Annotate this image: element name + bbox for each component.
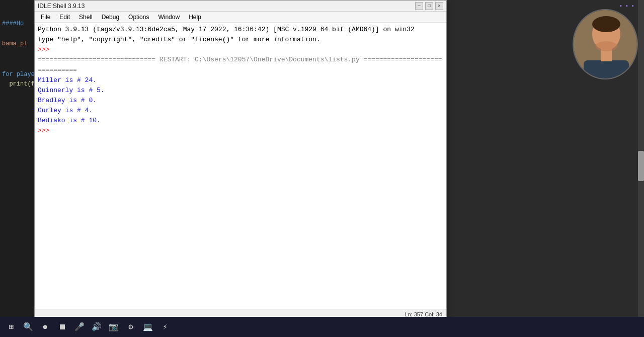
shell-content[interactable]: Python 3.9.13 (tags/v3.9.13:6de2ca5, May… [35,23,446,309]
cursor-position: Ln: 357 Col: 34 [405,311,442,317]
menu-shell[interactable]: Shell [75,13,97,22]
taskbar-volume[interactable]: 🔊 [90,320,104,334]
taskbar-icon-2[interactable]: ⏹ [55,320,69,334]
menu-help[interactable]: Help [185,13,205,22]
svg-point-5 [595,41,617,51]
minimize-button[interactable]: — [415,2,423,10]
taskbar-icon-7[interactable]: ⚙ [124,320,138,334]
svg-point-2 [592,16,620,32]
person-silhouette [574,10,638,79]
output-line-3: Gurley is # 4. [38,106,443,116]
more-dots-icon[interactable]: ··· [618,1,636,11]
output-line-4: Bediako is # 10. [38,116,443,126]
window-title: IDLE Shell 3.9.13 [38,3,85,10]
taskbar-record[interactable]: ⏺ [38,320,52,334]
taskbar-icon-8[interactable]: 💻 [141,320,155,334]
menu-bar: File Edit Shell Debug Options Window Hel… [35,12,446,23]
prompt-1: >>> [38,45,443,55]
idle-shell-window: IDLE Shell 3.9.13 — □ ✕ File Edit Shell … [34,0,447,319]
taskbar: ⊞ 🔍 ⏺ ⏹ 🎤 🔊 📷 ⚙ 💻 ⚡ [0,317,644,337]
prompt-2: >>> [38,126,443,136]
close-button[interactable]: ✕ [435,2,443,10]
taskbar-search[interactable]: 🔍 [21,320,35,334]
menu-options[interactable]: Options [124,13,153,22]
webcam-avatar [573,9,638,79]
svg-rect-3 [584,60,629,79]
main-scrollbar[interactable] [638,0,644,317]
scrollbar-thumb[interactable] [638,151,644,181]
taskbar-start[interactable]: ⊞ [4,320,18,334]
python-version-line: Python 3.9.13 (tags/v3.9.13:6de2ca5, May… [38,25,443,35]
taskbar-mic[interactable]: 🎤 [72,320,87,334]
menu-debug[interactable]: Debug [98,13,123,22]
taskbar-icon-6[interactable]: 📷 [107,320,121,334]
code-editor-text: ####Ho bama_pl for playe print(f [0,0,34,89]
menu-file[interactable]: File [37,13,54,22]
code-editor-panel: ####Ho bama_pl for playe print(f [0,0,34,317]
restart-line: ============================== RESTART: … [38,55,443,75]
menu-edit[interactable]: Edit [55,13,74,22]
maximize-button[interactable]: □ [425,2,433,10]
output-line-2: Bradley is # 0. [38,96,443,106]
taskbar-icon-9[interactable]: ⚡ [158,320,172,334]
menu-window[interactable]: Window [154,13,184,22]
output-line-1: Quinnerly is # 5. [38,86,443,96]
output-line-0: Miller is # 24. [38,75,443,86]
window-controls: — □ ✕ [415,2,443,10]
type-help-line: Type "help", "copyright", "credits" or "… [38,35,443,45]
title-bar: IDLE Shell 3.9.13 — □ ✕ [35,1,446,12]
